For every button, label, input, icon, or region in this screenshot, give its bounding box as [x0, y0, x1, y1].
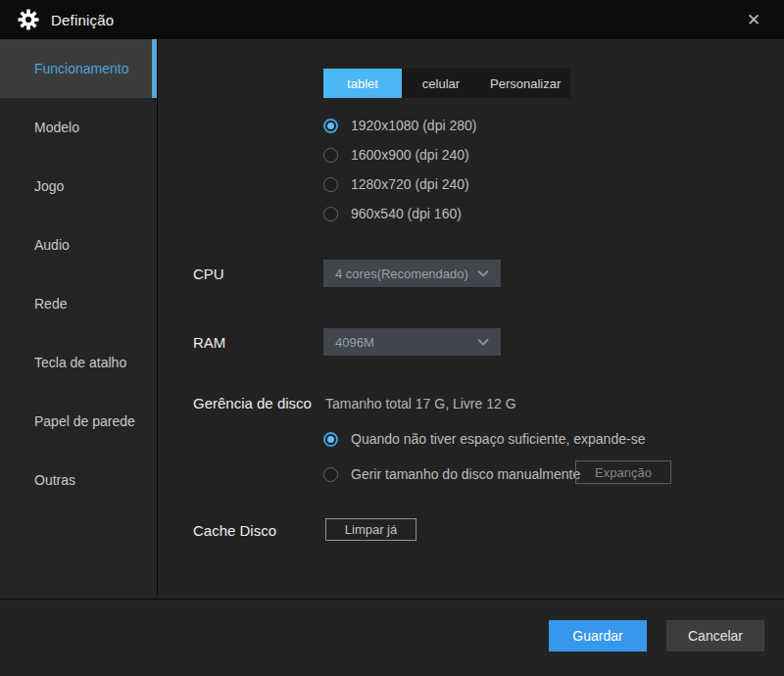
footer: Guardar Cancelar	[0, 599, 784, 676]
tab-tablet[interactable]: tablet	[323, 69, 402, 98]
radio-icon	[323, 148, 338, 163]
chevron-down-icon	[477, 338, 489, 346]
cache-label: Cache Disco	[193, 522, 276, 539]
expand-disk-button[interactable]: Expanção	[575, 460, 671, 484]
cancel-button[interactable]: Cancelar	[666, 620, 764, 652]
sidebar-item-funcionamento[interactable]: Funcionamento	[0, 39, 157, 98]
resolution-option-1920x1080[interactable]: 1920x1080 (dpi 280)	[323, 111, 476, 140]
tab-celular[interactable]: celular	[402, 69, 480, 98]
sidebar-item-label: Modelo	[34, 120, 79, 135]
resolution-label: 1920x1080 (dpi 280)	[351, 118, 476, 133]
close-icon[interactable]: ✕	[741, 7, 766, 32]
ram-dropdown[interactable]: 4096M	[323, 328, 501, 356]
ram-label: RAM	[193, 334, 225, 351]
sidebar-item-label: Papel de parede	[34, 413, 135, 429]
cpu-value: 4 cores(Recomendado)	[335, 266, 477, 281]
resolution-label: 1600x900 (dpi 240)	[351, 147, 469, 163]
disk-summary: Tamanho total 17 G, Livre 12 G	[325, 396, 516, 411]
titlebar: Definição ✕	[0, 0, 784, 39]
resolution-label: 960x540 (dpi 160)	[351, 206, 462, 221]
ram-value: 4096M	[335, 335, 477, 350]
resolution-option-960x540[interactable]: 960x540 (dpi 160)	[323, 199, 476, 228]
sidebar-item-label: Tecla de atalho	[34, 355, 126, 370]
cpu-dropdown[interactable]: 4 cores(Recomendado)	[323, 260, 501, 287]
radio-selected-icon	[323, 432, 338, 447]
sidebar-item-rede[interactable]: Rede	[0, 274, 157, 333]
sidebar-item-label: Rede	[34, 296, 67, 312]
sidebar-item-papel-de-parede[interactable]: Papel de parede	[0, 392, 157, 451]
active-indicator	[152, 39, 157, 98]
sidebar-item-label: Outras	[34, 472, 75, 488]
sidebar-item-tecla-de-atalho[interactable]: Tecla de atalho	[0, 333, 157, 392]
radio-icon	[323, 207, 338, 221]
sidebar-item-audio[interactable]: Audio	[0, 216, 157, 274]
chevron-down-icon	[477, 269, 489, 277]
disk-option-manual[interactable]: Gerir tamanho do disco manualmente	[323, 459, 580, 489]
disk-label: Gerência de disco	[193, 395, 312, 411]
sidebar-item-modelo[interactable]: Modelo	[0, 98, 157, 157]
resolution-label: 1280x720 (dpi 240)	[351, 176, 469, 192]
disk-option-label: Gerir tamanho do disco manualmente	[351, 466, 580, 482]
radio-icon	[323, 467, 338, 482]
settings-panel: tablet celular Personalizar 1920x1080 (d…	[158, 39, 784, 598]
page-title: Definição	[51, 12, 114, 28]
radio-icon	[323, 177, 338, 192]
resolution-list: 1920x1080 (dpi 280) 1600x900 (dpi 240) 1…	[323, 111, 476, 228]
sidebar-item-label: Jogo	[34, 178, 64, 194]
sidebar-item-label: Funcionamento	[34, 61, 129, 76]
device-type-tabs: tablet celular Personalizar	[323, 69, 570, 98]
resolution-option-1280x720[interactable]: 1280x720 (dpi 240)	[323, 169, 476, 199]
radio-selected-icon	[323, 119, 338, 133]
sidebar: Funcionamento Modelo Jogo Audio Rede Tec…	[0, 39, 158, 598]
disk-option-auto-expand[interactable]: Quando não tiver espaço suficiente, expa…	[323, 424, 645, 454]
disk-option-label: Quando não tiver espaço suficiente, expa…	[351, 431, 645, 447]
settings-dialog: Definição ✕ Funcionamento Modelo Jogo Au…	[0, 0, 784, 676]
save-button[interactable]: Guardar	[549, 620, 647, 652]
cpu-label: CPU	[193, 266, 224, 282]
clear-cache-button[interactable]: Limpar já	[325, 518, 416, 541]
gear-icon	[18, 9, 39, 30]
sidebar-item-jogo[interactable]: Jogo	[0, 157, 157, 216]
sidebar-item-label: Audio	[34, 237, 70, 253]
tab-personalizar[interactable]: Personalizar	[480, 69, 570, 98]
resolution-option-1600x900[interactable]: 1600x900 (dpi 240)	[323, 140, 476, 169]
sidebar-item-outras[interactable]: Outras	[0, 451, 157, 509]
